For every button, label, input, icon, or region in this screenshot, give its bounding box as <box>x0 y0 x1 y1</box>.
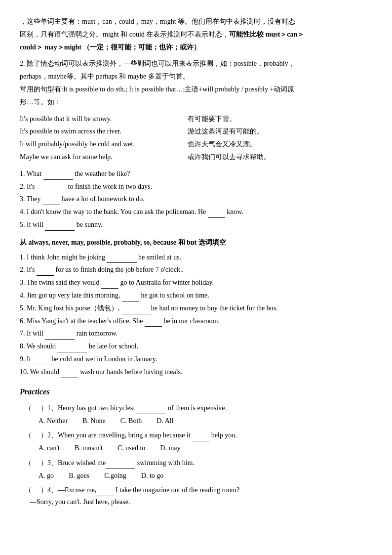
fill2-3: 3. The twins said they would go to Austr… <box>20 277 372 289</box>
choice-1b: B. None <box>82 415 106 427</box>
page-content: ，这些单词主要有：must，can，could，may，might 等。他们用在… <box>20 16 372 508</box>
examples-section: It's possible that it will be snowy. 有可能… <box>20 113 372 163</box>
fill2-section: 1. I think John might be joking he smile… <box>20 252 372 378</box>
intro-line2: 区别，只有语气强弱之分。might 和 could 在表示推测时不表示时态，可能… <box>20 29 372 41</box>
blank-p2 <box>192 433 209 441</box>
fill2-7: 7. It will rain tomorrow. <box>20 328 372 340</box>
section2: 2. 除了情态动词可以表示推测外，一些副词也可以用来表示推测，如：possibl… <box>20 58 372 108</box>
fill1-section: 1. What the weather be like? 2. It's to … <box>20 168 372 231</box>
practice-1-question: （ ）1、Henry has got two bicycles. of them… <box>25 402 372 414</box>
choice-3a: A. go <box>39 470 54 482</box>
blank-2-4 <box>122 294 139 301</box>
practice-4: （ ）4、—Excuse me, I take the magazine out… <box>20 484 372 508</box>
fill1-1: 1. What the weather be like? <box>20 168 372 180</box>
example-en-3: It will probably/possibly be cold and we… <box>20 138 168 150</box>
blank-1-3 <box>42 197 60 205</box>
fill2-4: 4. Jim got up very late this morning, he… <box>20 290 372 301</box>
example-1: It's possible that it will be snowy. 有可能… <box>20 113 372 125</box>
fill2-10: 10. We should wash our hands before havi… <box>20 366 372 378</box>
choice-3d: D. to go <box>141 470 164 482</box>
blank-2-3 <box>101 281 118 289</box>
example-3: It will probably/possibly be cold and we… <box>20 138 372 150</box>
example-4: Maybe we can ask for some help. 或许我们可以去寻… <box>20 151 372 163</box>
blank-1-5 <box>45 223 75 231</box>
section2-line1: 2. 除了情态动词可以表示推测外，一些副词也可以用来表示推测，如：possibl… <box>20 58 372 70</box>
example-zh-2: 游过这条河是有可能的。 <box>188 126 264 137</box>
intro-text1: ，这些单词主要有：must，can，could，may，might 等。他们用在… <box>20 18 295 25</box>
practice-4-question: （ ）4、—Excuse me, I take the magazine out… <box>25 484 372 496</box>
example-en-4: Maybe we can ask for some help. <box>20 151 168 163</box>
blank-p4 <box>97 488 114 496</box>
blank-1-1 <box>43 172 73 180</box>
blank-1-4 <box>208 210 225 218</box>
section2-line2: perhaps，maybe等。其中 perhaps 和 maybe 多置于句首。 <box>20 71 372 83</box>
practice-1: （ ）1、Henry has got two bicycles. of them… <box>20 402 372 427</box>
practice-1-choices: A. Neither B. None C. Both D. All <box>39 415 372 427</box>
blank-2-2 <box>37 268 54 276</box>
choice-2d: D. may <box>160 442 180 454</box>
fill2-1: 1. I think John might be joking he smile… <box>20 252 372 263</box>
fill1-3: 3. They have a lot of homework to do. <box>20 193 372 205</box>
choice-2c: C. used to <box>118 442 145 454</box>
intro-line3: could＞ may＞might （一定；很可能；可能；也许；或许） <box>20 42 372 53</box>
blank-2-9 <box>33 357 50 365</box>
section2-line4: 形…等。如： <box>20 96 372 108</box>
blank-p1 <box>136 406 166 414</box>
choice-2a: A. can't <box>39 442 60 454</box>
intro-text2b: 可能性比较 must＞can＞ <box>229 31 304 38</box>
choice-1c: C. Both <box>120 415 142 427</box>
blank-2-7 <box>45 332 75 340</box>
fill2-8: 8. We should be late for school. <box>20 341 372 352</box>
practices-title: Practices <box>20 385 372 398</box>
blank-2-8 <box>57 344 87 352</box>
intro-section: ，这些单词主要有：must，can，could，may，might 等。他们用在… <box>20 16 372 53</box>
section2-text1: perhaps，maybe等。其中 perhaps 和 maybe 多置于句首。 <box>20 73 190 80</box>
intro-line1: ，这些单词主要有：must，can，could，may，might 等。他们用在… <box>20 16 372 28</box>
practice-4-answer-text: —Sorry, you can't. Just here, please. <box>30 498 130 506</box>
fill2-5: 5. Mr. King lost his purse（钱包）, he had n… <box>20 302 372 314</box>
blank-2-10 <box>61 370 78 378</box>
fill2-6: 6. Miss Yang isn't at the teacher's offi… <box>20 315 372 327</box>
fill2-2: 2. It's for us to finish doing the job b… <box>20 264 372 276</box>
example-zh-3: 也许天气会又冷又潮。 <box>188 138 257 150</box>
fill2-9: 9. It be cold and wet in London in Janua… <box>20 353 372 365</box>
choice-2b: B. mustn't <box>75 442 103 454</box>
example-zh-1: 有可能要下雪。 <box>188 113 236 125</box>
fill1-4: 4. I don't know the way to the bank. You… <box>20 206 372 218</box>
practice-2-choices: A. can't B. mustn't C. used to D. may <box>39 442 372 454</box>
example-en-1: It's possible that it will be snowy. <box>20 113 168 125</box>
blank-2-1 <box>107 255 137 263</box>
blank-1-2 <box>37 184 66 192</box>
blank-2-5 <box>121 306 151 314</box>
example-en-2: It's possible to swim across the river. <box>20 126 168 137</box>
section3-title-text: 从 always, never, may, possible, probably… <box>20 239 226 246</box>
intro-text2a: 区别，只有语气强弱之分。might 和 could 在表示推测时不表示时态， <box>20 31 229 38</box>
paren-3 <box>32 457 40 469</box>
section2-text3: 形…等。如： <box>20 98 61 106</box>
example-2: It's possible to swim across the river. … <box>20 126 372 137</box>
choice-3c: C.going <box>104 470 126 482</box>
choice-3b: B. goes <box>69 470 89 482</box>
blank-2-6 <box>145 319 162 327</box>
intro-text3: could＞ may＞might （一定；很可能；可能；也许；或许） <box>20 43 200 51</box>
practices-title-text: Practices <box>20 387 49 396</box>
fill1-2: 2. It's to finish the work in two days. <box>20 181 372 193</box>
practice-2: （ ）2、When you are travelling, bring a ma… <box>20 429 372 454</box>
choice-1d: D. All <box>157 415 173 427</box>
practice-2-question: （ ）2、When you are travelling, bring a ma… <box>25 429 372 441</box>
section2-text2: 常用的句型有:It is possible to do sth.; It is … <box>20 85 294 93</box>
example-zh-4: 或许我们可以去寻求帮助。 <box>188 151 271 163</box>
paren-1 <box>32 402 40 414</box>
practice-3: （ ）3、Bruce wished me swimming with him. … <box>20 457 372 482</box>
section2-line3: 常用的句型有:It is possible to do sth.; It is … <box>20 84 372 95</box>
section2-title: 2. 除了情态动词可以表示推测外，一些副词也可以用来表示推测，如：possibl… <box>20 60 295 67</box>
paren-2 <box>32 429 40 441</box>
practice-4-answer: —Sorry, you can't. Just here, please. <box>30 496 372 508</box>
practice-3-choices: A. go B. goes C.going D. to go <box>39 470 372 482</box>
fill1-5: 5. It will be sunny. <box>20 219 372 231</box>
paren-4 <box>32 484 40 496</box>
practice-3-question: （ ）3、Bruce wished me swimming with him. <box>25 457 372 469</box>
section3-title: 从 always, never, may, possible, probably… <box>20 237 372 249</box>
blank-p3 <box>106 461 135 469</box>
choice-1a: A. Neither <box>39 415 68 427</box>
